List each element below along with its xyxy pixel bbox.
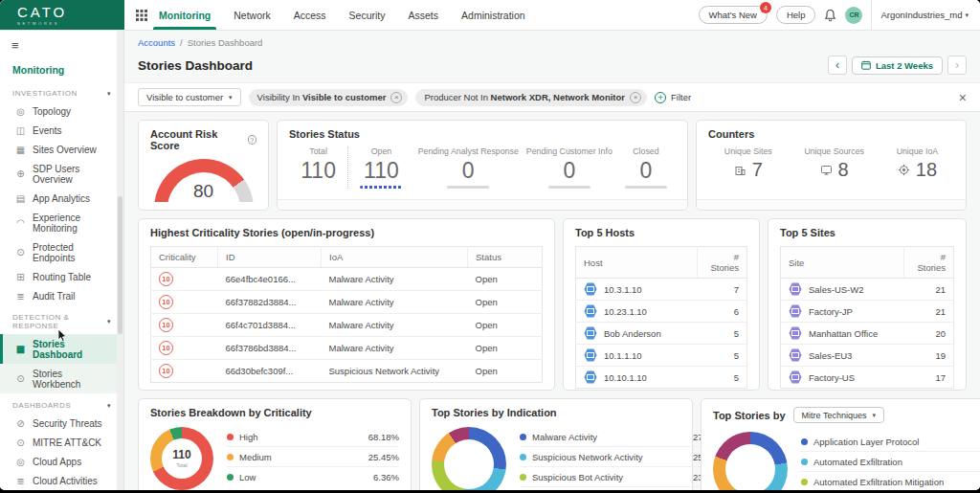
app-analytics-icon: ▤ [15,193,26,204]
column-header[interactable]: # Stories [904,247,954,279]
counter-unique-sites: Unique Sites 7 [724,146,772,181]
column-header[interactable]: Site [781,247,904,279]
events-icon: ◫ [15,125,26,136]
table-row[interactable]: Bob Anderson5 [576,323,747,345]
legend-item: Automated Exfiltration Mitigation19.44% [801,472,980,490]
table-row[interactable]: 10.1.1.105 [576,345,747,367]
filter-chip-visibility[interactable]: Visibility In Visible to customer × [249,89,409,106]
top-hosts-table: Host # Stories 10.3.1.107 10.23.1.106 Bo… [575,246,747,389]
audit-trail-icon: ≣ [15,291,26,302]
table-row[interactable]: Manhattan Office20 [781,323,954,345]
table-row[interactable]: 10.3.1.107 [576,279,747,301]
table-row[interactable]: Sales-EU319 [781,345,954,367]
counter-value: 8 [838,159,849,181]
column-header[interactable]: Status [468,247,543,268]
account-switcher[interactable]: ArgonIndustries_md ▾ [871,0,969,30]
visibility-scope-select[interactable]: Visible to customer ▾ [138,88,241,106]
nav-tab-security[interactable]: Security [347,0,388,30]
protected-endpoints-icon: ⊙ [15,247,26,258]
column-header[interactable]: # Stories [698,247,747,279]
notifications-bell-icon[interactable] [824,9,836,22]
sidebar-item-cloud-activities[interactable]: ≣Cloud Activities [0,471,123,490]
table-row[interactable]: Factory-JP21 [781,301,954,323]
sidebar-section-detection-response[interactable]: DETECTION & RESPONSE ▾ [0,305,123,334]
sidebar-item-protected-endpoints[interactable]: ⊙Protected Endpoints [0,237,123,267]
stat-closed[interactable]: Closed 0 [616,146,676,189]
sidebar-item-sdp-users-overview[interactable]: ⊕SDP Users Overview [0,159,123,189]
table-row[interactable]: 1066f4c701d3884...Malware ActivityOpen [151,314,543,337]
nav-tab-administration[interactable]: Administration [459,0,527,30]
breadcrumb-accounts-link[interactable]: Accounts [138,37,175,48]
column-header[interactable]: IoA [322,247,468,268]
help-icon[interactable]: ? [248,135,256,145]
chip-prefix: Visibility In [257,92,301,102]
table-row[interactable]: Sales-US-W221 [781,279,954,301]
sidebar-section-dashboards[interactable]: DASHBOARDS ▾ [0,393,123,414]
whats-new-button[interactable]: What's New 4 [699,6,768,24]
sidebar-item-audit-trail[interactable]: ≣Audit Trail [0,286,123,305]
column-header[interactable]: ID [218,247,322,268]
table-row[interactable]: 1066f3786bd3884...Malware ActivityOpen [151,337,543,360]
sidebar-item-routing-table[interactable]: ⊞Routing Table [0,267,123,286]
sidebar-item-events[interactable]: ◫Events [0,121,123,140]
hamburger-menu-icon[interactable]: ≡ [0,34,123,56]
table-row[interactable]: 1066e4fbc4e0166...Malware ActivityOpen [151,268,543,291]
stat-open[interactable]: Open 110 [348,146,413,189]
add-filter-button[interactable]: + Filter [655,92,691,103]
cato-logo[interactable]: CATO NETWORKS [0,0,124,30]
user-avatar[interactable]: CR [845,7,862,24]
sidebar-item-sites-overview[interactable]: ▦Sites Overview [0,140,123,159]
date-next-button[interactable]: › [947,56,967,75]
nav-tab-monitoring[interactable]: Monitoring [157,0,212,30]
nav-tab-network[interactable]: Network [232,0,273,30]
stat-pending-analyst[interactable]: Pending Analyst Response 0 [414,146,523,189]
cloud-activities-icon: ≣ [15,476,26,486]
date-range-nav: ‹ Last 2 Weeks › [828,56,967,75]
host-icon [584,370,597,384]
chevron-down-icon: ▾ [965,11,969,19]
legend-item: Application Layer Protocol22.25% [801,432,980,452]
sidebar-section-investigation[interactable]: INVESTIGATION ▾ [0,81,123,101]
whats-new-badge: 4 [760,2,771,13]
filter-chip-producer[interactable]: Producer Not In Network XDR, Network Mon… [415,89,647,106]
top-bar: CATO NETWORKS Monitoring Network Access … [0,0,980,31]
close-filterbar-icon[interactable]: × [959,91,967,104]
legend-item: Suspicious Network Activity (Domains)14.… [520,487,724,490]
nav-tab-access[interactable]: Access [292,0,328,30]
sidebar-item-experience-monitoring[interactable]: ◠Experience Monitoring [0,208,123,237]
column-header[interactable]: Criticality [151,247,218,268]
criticality-badge: 10 [159,364,173,378]
sidebar-item-cloud-apps[interactable]: ◎Cloud Apps [0,452,123,471]
mitre-attack-icon: ⊙ [15,437,26,448]
help-button[interactable]: Help [776,6,816,24]
sidebar-item-security-threats[interactable]: ⊘Security Threats [0,414,123,433]
date-prev-button[interactable]: ‹ [828,56,847,75]
criticality-badge: 10 [159,341,173,355]
remove-filter-icon[interactable]: × [390,92,402,103]
date-range-button[interactable]: Last 2 Weeks [852,56,943,75]
column-header[interactable]: Host [576,247,698,279]
legend-dot [801,438,808,445]
sites-icon: ▦ [15,145,26,155]
table-row[interactable]: 1066d30befc309f...Suspicious Network Act… [151,360,543,383]
mitre-techniques-select[interactable]: Mitre Techniques ▾ [793,407,884,423]
table-row[interactable]: 1066f37882d3884...Malware ActivityOpen [151,291,543,314]
sidebar-item-app-analytics[interactable]: ▤App Analytics [0,189,123,208]
table-row[interactable]: 10.10.1.105 [576,367,747,389]
table-row[interactable]: Factory-US17 [781,367,954,389]
table-row[interactable]: 10.23.1.106 [576,301,747,323]
calendar-icon [861,60,871,70]
indication-donut-chart [432,427,506,490]
sidebar-item-topology[interactable]: ◎Topology [0,101,123,121]
host-icon [584,304,597,318]
nav-tab-assets[interactable]: Assets [407,0,441,30]
sidebar-item-stories-dashboard[interactable]: ▦Stories Dashboard [0,334,123,364]
sidebar-item-stories-workbench[interactable]: ⊙Stories Workbench [0,364,123,393]
apps-grid-icon[interactable] [136,0,147,30]
stat-pending-customer[interactable]: Pending Customer Info 0 [523,146,616,189]
legend-dot [801,479,808,485]
sidebar-item-label: Topology [33,106,71,117]
sidebar-scrollbar[interactable] [117,31,123,490]
remove-filter-icon[interactable]: × [630,92,641,103]
sidebar-item-mitre-attack[interactable]: ⊙MITRE ATT&CK [0,433,123,452]
